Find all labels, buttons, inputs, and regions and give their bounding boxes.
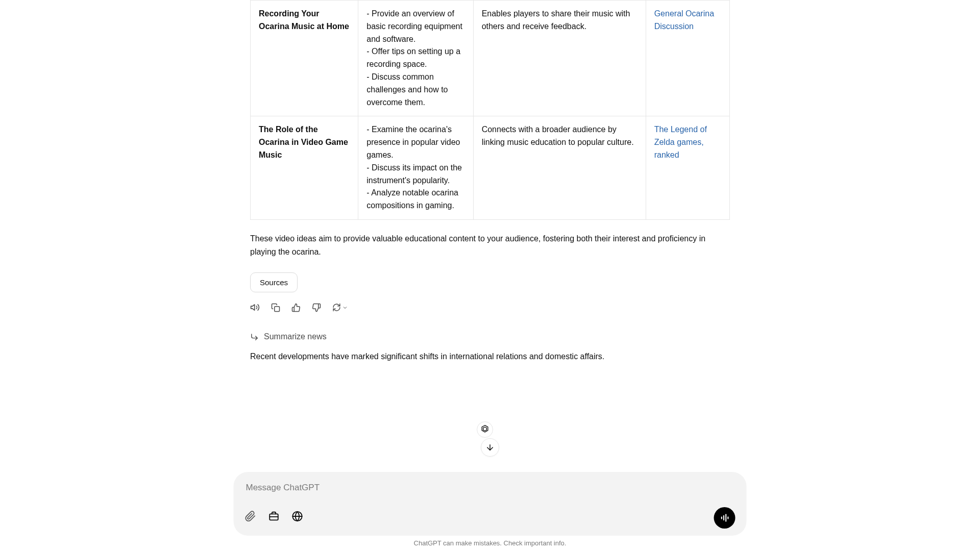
- copy-icon[interactable]: [271, 303, 280, 312]
- row1-link-cell: General Ocarina Discussion: [646, 1, 729, 116]
- regenerate-icon[interactable]: [332, 303, 348, 312]
- content-table: Recording Your Ocarina Music at Home - P…: [250, 0, 730, 220]
- table-row: The Role of the Ocarina in Video Game Mu…: [251, 116, 730, 220]
- row2-link-cell: The Legend of Zelda games, ranked: [646, 116, 729, 220]
- row2-link[interactable]: The Legend of Zelda games, ranked: [654, 125, 707, 159]
- row2-title: The Role of the Ocarina in Video Game Mu…: [251, 116, 358, 220]
- suggested-prompt-label: Summarize news: [264, 331, 327, 343]
- reply-arrow-icon: [250, 333, 259, 341]
- row1-title: Recording Your Ocarina Music at Home: [251, 1, 358, 116]
- row2-desc: - Examine the ocarina's presence in popu…: [358, 116, 473, 220]
- table-row: Recording Your Ocarina Music at Home - P…: [251, 1, 730, 116]
- arrow-down-icon: [485, 443, 495, 452]
- chevron-down-icon: [342, 305, 348, 311]
- closing-paragraph: These video ideas aim to provide valuabl…: [250, 232, 730, 258]
- thumbs-down-icon[interactable]: [312, 303, 321, 312]
- thumbs-up-icon[interactable]: [291, 303, 301, 312]
- svg-marker-0: [251, 305, 255, 310]
- row2-benefit: Connects with a broader audience by link…: [473, 116, 646, 220]
- feedback-bar: [250, 303, 730, 312]
- row1-benefit: Enables players to share their music wit…: [473, 1, 646, 116]
- suggested-prompt[interactable]: Summarize news: [250, 331, 730, 343]
- scroll-down-button[interactable]: [481, 438, 499, 457]
- row1-desc: - Provide an overview of basic recording…: [358, 1, 473, 116]
- sources-button[interactable]: Sources: [250, 272, 298, 292]
- row1-link[interactable]: General Ocarina Discussion: [654, 9, 714, 31]
- chatgpt-logo-icon: [480, 424, 490, 435]
- svg-rect-1: [275, 306, 280, 311]
- assistant-avatar: [477, 421, 493, 438]
- read-aloud-icon[interactable]: [250, 303, 260, 312]
- next-response-text: Recent developments have marked signific…: [250, 350, 730, 363]
